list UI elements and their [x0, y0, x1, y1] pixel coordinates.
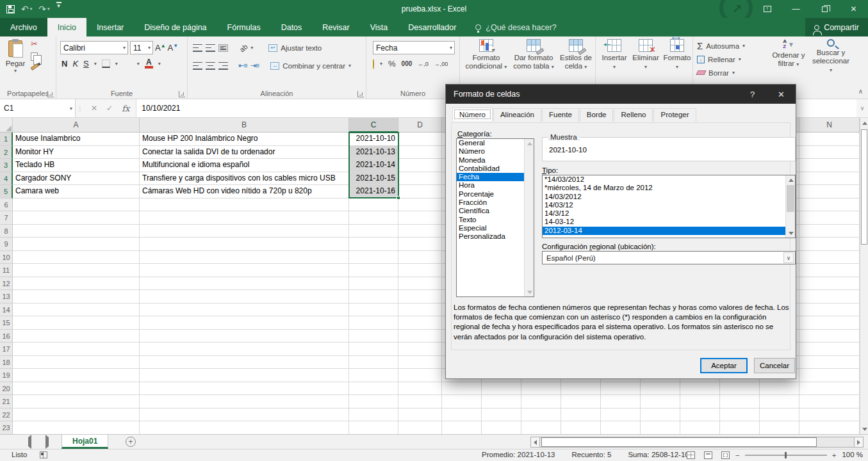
- cell-F23[interactable]: [482, 421, 521, 434]
- type-item-14-03-2012[interactable]: 14/03/2012: [543, 193, 785, 201]
- cell-C18[interactable]: [349, 356, 398, 369]
- cell-G20[interactable]: [521, 382, 561, 396]
- row-header-9[interactable]: 9: [0, 238, 13, 251]
- cell-I21[interactable]: [601, 395, 641, 408]
- cell-G21[interactable]: [521, 395, 561, 408]
- row-header-6[interactable]: 6: [0, 198, 13, 212]
- category-scroll-up-icon[interactable]: [525, 139, 534, 148]
- decrease-font-button[interactable]: A▼: [168, 43, 179, 53]
- increase-decimal-button[interactable]: ←,0: [418, 61, 429, 67]
- cell-D23[interactable]: [398, 421, 442, 434]
- category-item-especial[interactable]: Especial: [457, 224, 524, 232]
- cell-K22[interactable]: [680, 408, 720, 422]
- cell-I20[interactable]: [601, 382, 641, 396]
- cell-N21[interactable]: [799, 395, 860, 408]
- cell-C16[interactable]: [349, 330, 398, 343]
- cell-I22[interactable]: [601, 408, 641, 422]
- cell-E23[interactable]: [442, 421, 482, 434]
- cell-N15[interactable]: [799, 316, 860, 330]
- cell-C22[interactable]: [349, 408, 398, 422]
- format-as-table-button[interactable]: Dar formatocomo tabla ▾: [511, 39, 556, 71]
- close-button[interactable]: ✕: [839, 0, 868, 18]
- row-header-15[interactable]: 15: [0, 316, 13, 330]
- cell-B7[interactable]: [140, 211, 349, 225]
- category-item-hora[interactable]: Hora: [457, 181, 524, 190]
- number-format-combo[interactable]: Fecha▾: [373, 41, 455, 54]
- cell-A23[interactable]: [13, 421, 140, 434]
- orientation-button[interactable]: ab: [240, 44, 247, 53]
- cell-A1[interactable]: Mouse Inalambrico: [13, 133, 140, 146]
- align-right-button[interactable]: [218, 62, 228, 70]
- row-header-23[interactable]: 23: [0, 421, 13, 434]
- new-sheet-button[interactable]: +: [126, 437, 136, 447]
- underline-button[interactable]: S: [83, 59, 89, 69]
- cell-C13[interactable]: [349, 290, 398, 303]
- cell-A11[interactable]: [13, 264, 140, 277]
- cell-F21[interactable]: [482, 395, 521, 408]
- macro-record-icon[interactable]: [40, 451, 47, 458]
- accounting-format-button[interactable]: [373, 60, 374, 69]
- row-header-5[interactable]: 5: [0, 185, 13, 198]
- dialog-tab-proteger[interactable]: Proteger: [653, 108, 696, 122]
- cell-D15[interactable]: [398, 316, 442, 330]
- cell-D2[interactable]: [398, 146, 442, 159]
- cell-F22[interactable]: [482, 408, 521, 422]
- align-middle-button[interactable]: [206, 44, 215, 52]
- format-cells-button[interactable]: ⟷ Formato▾: [662, 39, 692, 71]
- cell-C8[interactable]: [349, 225, 398, 238]
- cell-D1[interactable]: [398, 133, 442, 146]
- font-color-button[interactable]: A: [145, 59, 153, 69]
- font-dialog-launcher[interactable]: [179, 91, 185, 97]
- ribbon-tab-revisar[interactable]: Revisar: [312, 18, 359, 36]
- cell-C15[interactable]: [349, 316, 398, 330]
- cell-D18[interactable]: [398, 356, 442, 369]
- cell-B21[interactable]: [140, 395, 349, 408]
- category-list-scrollbar[interactable]: [524, 139, 534, 296]
- cell-B3[interactable]: Multifuncional e idioma español: [140, 159, 349, 172]
- category-item-fracci-n[interactable]: Fracción: [457, 198, 524, 207]
- type-item-2012-03-14[interactable]: 2012-03-14: [543, 227, 795, 235]
- cell-J21[interactable]: [641, 395, 680, 408]
- cell-D7[interactable]: [398, 211, 442, 225]
- category-item-moneda[interactable]: Moneda: [457, 156, 524, 165]
- category-list[interactable]: GeneralNúmeroMonedaContabilidadFechaHora…: [456, 138, 534, 297]
- cell-A9[interactable]: [13, 238, 140, 251]
- row-header-19[interactable]: 19: [0, 369, 13, 382]
- scroll-left-icon[interactable]: [530, 437, 540, 448]
- horizontal-scrollbar-thumb[interactable]: [541, 437, 817, 447]
- cell-C7[interactable]: [349, 211, 398, 225]
- type-scrollbar-thumb[interactable]: [787, 185, 794, 212]
- vertical-scrollbar-thumb[interactable]: [861, 129, 867, 245]
- cell-B17[interactable]: [140, 343, 349, 356]
- scroll-up-icon[interactable]: [860, 118, 868, 128]
- cell-N19[interactable]: [799, 369, 860, 382]
- restore-button[interactable]: [810, 0, 839, 18]
- clear-button[interactable]: Borrar▾: [697, 67, 745, 79]
- type-item--mi-rcoles-14-de-marzo-de-2012[interactable]: *miércoles, 14 de Marzo de 2012: [543, 184, 785, 192]
- cell-A4[interactable]: Cargador SONY: [13, 172, 140, 186]
- cell-B18[interactable]: [140, 356, 349, 369]
- category-item-n-mero[interactable]: Número: [457, 147, 524, 156]
- insert-cells-button[interactable]: ◂─ Insertar▾: [600, 39, 629, 71]
- cell-N7[interactable]: [799, 211, 860, 225]
- cell-A8[interactable]: [13, 225, 140, 238]
- row-header-10[interactable]: 10: [0, 251, 13, 264]
- sheet-tab-hoja01[interactable]: Hoja01: [61, 435, 108, 449]
- category-item-contabilidad[interactable]: Contabilidad: [457, 165, 524, 173]
- row-header-2[interactable]: 2: [0, 146, 13, 159]
- cell-D16[interactable]: [398, 330, 442, 343]
- page-layout-view-button[interactable]: [704, 451, 712, 459]
- zoom-slider-thumb[interactable]: [785, 452, 787, 458]
- zoom-out-button[interactable]: −: [735, 451, 740, 459]
- dialog-tab-borde[interactable]: Borde: [580, 108, 614, 122]
- cell-G22[interactable]: [521, 408, 561, 422]
- cell-N5[interactable]: [799, 185, 860, 198]
- cell-D8[interactable]: [398, 225, 442, 238]
- cell-N11[interactable]: [799, 264, 860, 277]
- cell-N14[interactable]: [799, 303, 860, 317]
- cell-N16[interactable]: [799, 330, 860, 343]
- cell-N17[interactable]: [799, 343, 860, 356]
- ribbon-tab-f-rmulas[interactable]: Fórmulas: [217, 18, 271, 36]
- cell-N13[interactable]: [799, 290, 860, 303]
- cell-C10[interactable]: [349, 251, 398, 264]
